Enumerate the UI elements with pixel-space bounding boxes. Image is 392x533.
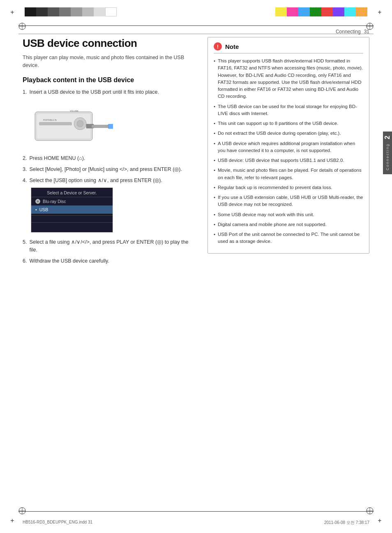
top-rule (18, 25, 374, 26)
screen-item-usb-label: USB (39, 207, 48, 212)
note-box: ! Note This player supports USB flash dr… (208, 37, 369, 254)
note-list: This player supports USB flash drive/ext… (214, 58, 363, 245)
steps-list: 1. Insert a USB device to the USB port u… (23, 88, 195, 96)
step-1: 1. Insert a USB device to the USB port u… (23, 88, 195, 96)
screen-item-bluray: Blu-ray Disc (31, 197, 113, 205)
page-title: USB device connection (23, 37, 195, 50)
screen-item-usb: • USB (31, 205, 113, 214)
svg-text:VOLUME: VOLUME (70, 110, 79, 112)
note-item-3: This unit can support up to 8 partitions… (214, 120, 363, 127)
right-color-bar (275, 7, 367, 16)
usb-bullet-icon: • (35, 207, 37, 212)
note-item-5: A USB device which requires additional p… (214, 140, 363, 155)
note-item-10-text: Some USB device may not work with this u… (218, 211, 314, 218)
step-4: 4. Select the [USB] option using ∧/∨, an… (23, 177, 195, 185)
step-2-num: 2. (23, 155, 27, 162)
note-item-3-text: This unit can support up to 8 partitions… (218, 120, 338, 127)
section-heading: Playback content in the USB device (23, 76, 195, 85)
note-item-11-text: Digital camera and mobile phone are not … (218, 221, 327, 228)
step-4-text: Select the [USB] option using ∧/∨, and p… (29, 177, 162, 185)
header-line (18, 34, 374, 34)
step-3-text: Select [Movie], [Photo] or [Music] using… (29, 166, 182, 173)
svg-rect-19 (108, 124, 113, 129)
step-6-text: Withdraw the USB device carefully. (29, 257, 109, 265)
screen-item-bluray-label: Blu-ray Disc (43, 199, 66, 204)
note-item-1-text: This player supports USB flash drive/ext… (218, 58, 363, 100)
step-2: 2. Press HOME MENU (⌂). (23, 155, 195, 162)
section-label: Connecting (336, 29, 361, 35)
footer-right: 2011-06-08 오전 7:38:17 (324, 520, 369, 526)
note-item-2: The USB device can be used for the local… (214, 103, 363, 118)
note-item-2-text: The USB device can be used for the local… (218, 103, 363, 118)
note-item-9-text: If you use a USB extension cable, USB HU… (218, 194, 363, 208)
page-number: 31 (364, 29, 369, 35)
note-item-1: This player supports USB flash drive/ext… (214, 58, 363, 100)
note-item-9: If you use a USB extension cable, USB HU… (214, 194, 363, 208)
svg-text:PORTABLE IN: PORTABLE IN (43, 119, 57, 121)
side-tab: 2 Connecting (383, 132, 392, 174)
reg-mark-tr: + (376, 8, 384, 16)
step-6-num: 6. (23, 257, 27, 265)
svg-rect-18 (92, 125, 110, 128)
footer: HB516-RD3_BDEUPPK_ENG.indd 31 2011-06-08… (23, 520, 369, 526)
reg-mark-bl: + (8, 517, 16, 525)
steps-list-3: 5. Select a file using ∧/∨/</>, and pres… (23, 238, 195, 265)
side-tab-number: 2 (384, 136, 391, 139)
note-item-10: Some USB device may not work with this u… (214, 211, 363, 218)
step-2-text: Press HOME MENU (⌂). (29, 155, 85, 162)
note-item-12: USB Port of the unit cannot be connected… (214, 231, 363, 245)
screen-ui-illustration: Select a Device or Server. Blu-ray Disc … (31, 187, 113, 233)
side-tab-text: Connecting (385, 143, 390, 171)
step-3: 3. Select [Movie], [Photo] or [Music] us… (23, 166, 195, 173)
left-color-bar (25, 7, 117, 16)
screen-empty-row-1 (31, 215, 113, 222)
reg-mark-br: + (376, 517, 384, 525)
svg-rect-14 (39, 122, 72, 125)
note-item-8: Regular back up is recommended to preven… (214, 184, 363, 191)
page-header: Connecting 31 (336, 29, 369, 35)
note-item-8-text: Regular back up is recommended to preven… (218, 184, 332, 191)
note-title: Note (225, 43, 239, 50)
step-6: 6. Withdraw the USB device carefully. (23, 257, 195, 265)
note-item-4-text: Do not extract the USB device during ope… (218, 130, 341, 137)
note-item-6: USB device: USB device that supports USB… (214, 157, 363, 164)
compass-tl (18, 23, 26, 30)
step-3-num: 3. (23, 166, 27, 173)
svg-point-16 (77, 120, 83, 127)
right-column: ! Note This player supports USB flash dr… (203, 37, 369, 508)
step-4-num: 4. (23, 177, 27, 185)
reg-mark-tl: + (8, 8, 16, 16)
footer-left: HB516-RD3_BDEUPPK_ENG.indd 31 (23, 520, 92, 526)
note-item-7-text: Movie, music and photo files can be play… (218, 167, 363, 181)
step-1-num: 1. (23, 88, 27, 96)
step-5: 5. Select a file using ∧/∨/</>, and pres… (23, 238, 195, 254)
note-header: ! Note (214, 42, 363, 53)
note-item-7: Movie, music and photo files can be play… (214, 167, 363, 181)
step-1-text: Insert a USB device to the USB port unti… (29, 88, 159, 96)
step-5-num: 5. (23, 238, 27, 254)
steps-list-2: 2. Press HOME MENU (⌂). 3. Select [Movie… (23, 155, 195, 184)
step-5-text: Select a file using ∧/∨/</>, and press P… (29, 238, 195, 254)
note-item-12-text: USB Port of the unit cannot be connected… (218, 231, 363, 245)
subtitle-text: This player can play movie, music and ph… (23, 54, 195, 69)
note-item-6-text: USB device: USB device that supports USB… (218, 157, 344, 164)
screen-empty-row-2 (31, 222, 113, 229)
note-icon: ! (214, 42, 222, 51)
screen-title: Select a Device or Server. (31, 188, 113, 197)
left-column: USB device connection This player can pl… (23, 37, 203, 508)
bottom-rule (18, 511, 374, 512)
disc-icon (35, 199, 40, 204)
note-item-4: Do not extract the USB device during ope… (214, 130, 363, 137)
content-area: USB device connection This player can pl… (23, 37, 369, 508)
device-illustration: PORTABLE IN VOLUME (31, 99, 113, 149)
note-item-11: Digital camera and mobile phone are not … (214, 221, 363, 228)
note-item-5-text: A USB device which requires additional p… (218, 140, 363, 155)
